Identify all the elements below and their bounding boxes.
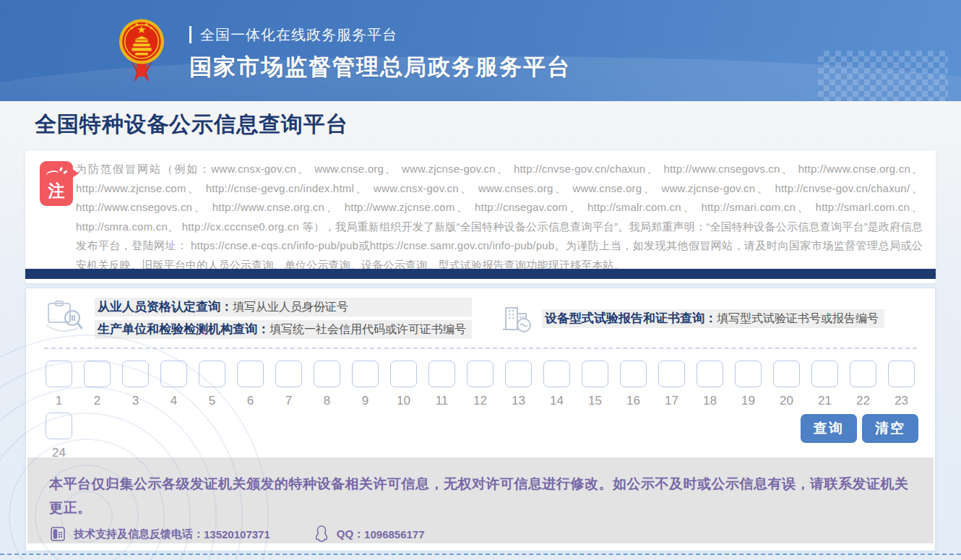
code-input-box[interactable] xyxy=(467,361,494,387)
code-cell-number: 14 xyxy=(543,394,570,408)
code-input-box[interactable] xyxy=(811,361,838,387)
notice-badge-icon: 注 xyxy=(40,161,73,206)
notice-badge-label: 注 xyxy=(40,180,73,202)
code-cell-number: 19 xyxy=(735,394,762,408)
header-titles: 全国一体化在线政务服务平台 国家市场监督管理总局政务服务平台 xyxy=(189,26,571,82)
query-head: ... 从业人员资格认定查询：填写从业人员身份证号 生产单位和检验检测机构查询：… xyxy=(26,288,935,339)
china-national-emblem-icon: ★ ★ ★ ★ ★ xyxy=(118,17,165,88)
device-query-row[interactable]: 设备型式试验报告和证书查询：填写型式试验证书号或报告编号 xyxy=(542,309,884,328)
svg-text:★: ★ xyxy=(129,25,134,30)
code-input-box[interactable] xyxy=(697,361,723,387)
device-query-group: 设备型式试验报告和证书查询：填写型式试验证书号或报告编号 xyxy=(500,298,884,339)
phone-contact: 技术支持及信息反馈电话： 13520107371 xyxy=(49,525,270,543)
code-cell-number: 4 xyxy=(160,394,187,408)
code-input-box[interactable] xyxy=(122,361,149,387)
query-panel: ... 从业人员资格认定查询：填写从业人员身份证号 生产单位和检验检测机构查询：… xyxy=(25,288,936,551)
search-button[interactable]: 查询 xyxy=(801,414,857,443)
phone-icon xyxy=(49,525,66,543)
code-cell-number: 11 xyxy=(428,394,455,408)
code-cell-number: 10 xyxy=(390,394,417,408)
code-input-box[interactable] xyxy=(428,361,455,387)
anti-fake-notice-panel: 注 为防范假冒网站（例如：www.cnsx-gov.cn、 www.cnse.o… xyxy=(25,150,936,283)
disclaimer-text: 本平台仅归集公示各级发证机关颁发的特种设备相关许可信息，无权对许可信息进行修改。… xyxy=(49,472,912,520)
code-input-box[interactable] xyxy=(390,361,417,387)
code-cell-number: 13 xyxy=(505,394,532,408)
contact-row: 技术支持及信息反馈电话： 13520107371 QQ： 1096856177 xyxy=(49,525,912,543)
code-cell: 6 xyxy=(237,361,264,408)
code-cell-number: 1 xyxy=(46,394,72,408)
phone-label: 技术支持及信息反馈电话： xyxy=(74,527,204,541)
code-input-box[interactable] xyxy=(314,361,340,387)
code-cell-number: 3 xyxy=(122,394,149,408)
code-input-box[interactable] xyxy=(352,361,379,387)
code-cell-number: 20 xyxy=(773,394,800,408)
code-input-box[interactable] xyxy=(543,361,570,387)
code-input-box[interactable] xyxy=(850,361,876,387)
unit-query-row2[interactable]: 生产单位和检验检测机构查询：填写统一社会信用代码或许可证书编号 xyxy=(95,320,472,339)
code-input-box[interactable] xyxy=(84,361,111,387)
code-input-box[interactable] xyxy=(199,361,225,387)
code-cell: 14 xyxy=(543,361,570,408)
code-cell-number: 2 xyxy=(84,394,111,408)
svg-text:★: ★ xyxy=(134,22,139,27)
phone-number: 13520107371 xyxy=(204,528,270,540)
code-input-box[interactable] xyxy=(735,361,762,387)
page-title: 全国特种设备公示信息查询平台 xyxy=(35,110,348,139)
qq-number: 1096856177 xyxy=(364,528,424,540)
code-cell: 2 xyxy=(84,361,111,408)
code-input-box[interactable] xyxy=(46,361,72,387)
code-cell-number: 18 xyxy=(697,394,723,408)
code-input-box[interactable] xyxy=(275,361,302,387)
person-query-row1[interactable]: 从业人员资格认定查询：填写从业人员身份证号 xyxy=(95,298,472,316)
code-input-box[interactable] xyxy=(582,361,608,387)
code-input-box[interactable] xyxy=(773,361,800,387)
code-cells: 123456789101112131415161718192021222324 xyxy=(46,361,918,460)
qq-contact: QQ： 1096856177 xyxy=(314,525,425,543)
notice-text: 为防范假冒网站（例如：www.cnsx-gov.cn、 www.cnse.org… xyxy=(76,160,923,275)
code-cell-number: 8 xyxy=(314,394,340,408)
unit-query-label: 生产单位和检验检测机构查询： xyxy=(98,322,270,336)
device-query-hint: 填写型式试验证书号或报告编号 xyxy=(717,312,879,324)
navy-divider-bar xyxy=(25,269,936,279)
code-cell-number: 16 xyxy=(620,394,647,408)
code-cell-number: 5 xyxy=(199,394,225,408)
platform-label: 全国一体化在线政务服务平台 xyxy=(189,26,397,43)
action-buttons: 查询 清空 xyxy=(801,414,918,443)
code-input-box[interactable] xyxy=(888,361,915,387)
code-input-box[interactable] xyxy=(237,361,264,387)
code-input-box[interactable] xyxy=(505,361,532,387)
device-query-label: 设备型式试验报告和证书查询： xyxy=(545,311,717,325)
person-query-lines: 从业人员资格认定查询：填写从业人员身份证号 生产单位和检验检测机构查询：填写统一… xyxy=(95,298,472,339)
code-cell-number: 9 xyxy=(352,394,379,408)
code-cell: 17 xyxy=(658,361,685,408)
code-cell-number: 15 xyxy=(582,394,608,408)
code-cell: 24 xyxy=(46,413,72,460)
code-input-box[interactable] xyxy=(620,361,647,387)
code-input-box[interactable] xyxy=(46,413,72,439)
bottom-dashed-line xyxy=(0,553,961,555)
person-query-group: ... 从业人员资格认定查询：填写从业人员身份证号 生产单位和检验检测机构查询：… xyxy=(44,298,472,339)
code-cell: 9 xyxy=(352,361,379,408)
clear-button[interactable]: 清空 xyxy=(862,414,918,443)
code-cell: 23 xyxy=(888,361,915,408)
svg-text:★: ★ xyxy=(145,22,149,27)
svg-text:★: ★ xyxy=(150,25,154,30)
code-cell-number: 7 xyxy=(275,394,302,408)
qq-label: QQ： xyxy=(337,527,364,541)
code-cell: 10 xyxy=(390,361,417,408)
code-cell-number: 23 xyxy=(888,394,915,408)
code-cell: 8 xyxy=(314,361,340,408)
code-cell: 15 xyxy=(582,361,608,408)
code-input-box[interactable] xyxy=(658,361,685,387)
code-input-box[interactable] xyxy=(160,361,187,387)
code-cell-number: 12 xyxy=(467,394,494,408)
disclaimer-section: 本平台仅归集公示各级发证机关颁发的特种设备相关许可信息，无权对许可信息进行修改。… xyxy=(27,457,934,543)
code-cell: 11 xyxy=(428,361,455,408)
code-cell: 22 xyxy=(850,361,876,408)
code-cell: 5 xyxy=(199,361,225,408)
code-cell-number: 22 xyxy=(850,394,876,408)
code-cell-number: 17 xyxy=(658,394,685,408)
person-query-label: 从业人员资格认定查询： xyxy=(98,300,233,314)
person-query-hint: 填写从业人员身份证号 xyxy=(233,301,348,313)
svg-text:...: ... xyxy=(51,316,55,321)
